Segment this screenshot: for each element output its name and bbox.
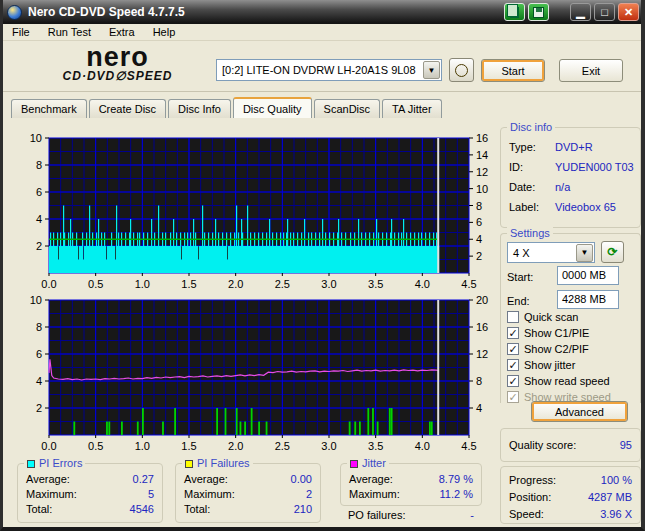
menu-item-run-test[interactable]: Run Test <box>39 25 100 39</box>
checkbox-label: Show jitter <box>524 359 575 371</box>
chevron-down-icon[interactable]: ▼ <box>576 244 593 262</box>
pi-errors-chart: 0.00.51.01.52.02.53.03.54.04.52468102468… <box>11 134 495 292</box>
svg-text:10: 10 <box>30 134 42 144</box>
svg-text:1.0: 1.0 <box>135 440 150 452</box>
pi-failures-jitter-chart: 0.00.51.01.52.02.53.03.54.04.52468104812… <box>11 296 495 454</box>
stat-label: Average: <box>349 473 393 485</box>
svg-text:1.5: 1.5 <box>181 278 196 290</box>
tab-strip: BenchmarkCreate DiscDisc InfoDisc Qualit… <box>11 97 444 118</box>
svg-text:2: 2 <box>36 240 42 252</box>
svg-text:0.0: 0.0 <box>41 278 56 290</box>
svg-text:16: 16 <box>476 134 488 144</box>
svg-text:2.0: 2.0 <box>228 440 243 452</box>
stat-value: 5 <box>148 488 154 500</box>
disc-info-row: ID:YUDEN000 T03 <box>509 161 523 173</box>
maximize-button[interactable]: □ <box>594 3 615 21</box>
titlebar: Nero CD-DVD Speed 4.7.7.5 ▁ □ ✕ <box>0 0 645 24</box>
save-icon <box>533 7 544 18</box>
svg-text:6: 6 <box>476 216 482 228</box>
app-window: Nero CD-DVD Speed 4.7.7.5 ▁ □ ✕ FileRun … <box>0 0 645 531</box>
eject-disc-icon <box>455 64 468 77</box>
checkbox-label: Show C2/PIF <box>524 343 589 355</box>
checkbox-label: Show read speed <box>524 375 610 387</box>
progress-value: 4287 MB <box>588 491 632 503</box>
checkbox-show-c1-pie[interactable]: ✓Show C1/PIE <box>507 327 589 339</box>
svg-text:3.0: 3.0 <box>321 440 336 452</box>
tab-benchmark[interactable]: Benchmark <box>11 99 87 118</box>
quality-score-value: 95 <box>620 439 632 451</box>
disc-info-label: Date: <box>509 181 535 193</box>
svg-text:8: 8 <box>36 321 42 333</box>
checkbox-quick-scan[interactable]: Quick scan <box>507 311 578 323</box>
progress-row: Position:4287 MB <box>509 491 632 503</box>
disc-info-value: YUDEN000 T03 <box>555 161 634 173</box>
speed-select[interactable]: 4 X ▼ <box>507 242 595 263</box>
checkbox-icon[interactable]: ✓ <box>507 375 519 387</box>
pi-errors-stats-title: PI Errors <box>39 457 82 469</box>
start-button[interactable]: Start <box>481 59 545 82</box>
maximize-icon: □ <box>601 6 608 18</box>
svg-text:2: 2 <box>36 402 42 414</box>
end-field[interactable]: 4288 MB <box>557 290 619 309</box>
stat-label: Total: <box>184 503 210 515</box>
tab-disc-quality[interactable]: Disc Quality <box>233 97 312 118</box>
tab-ta-jitter[interactable]: TA Jitter <box>382 99 442 118</box>
po-failures-label: PO failures: <box>348 509 405 521</box>
progress-row: Speed:3.96 X <box>509 508 632 520</box>
progress-label: Speed: <box>509 508 544 520</box>
svg-text:4: 4 <box>36 213 42 225</box>
svg-text:8: 8 <box>476 375 482 387</box>
stat-row: Average:0.00 <box>184 473 312 485</box>
svg-text:0.5: 0.5 <box>88 440 103 452</box>
menu-item-help[interactable]: Help <box>144 25 185 39</box>
menu-item-extra[interactable]: Extra <box>100 25 144 39</box>
refresh-icon: ⟳ <box>607 245 617 259</box>
disc-info-title: Disc info <box>507 121 555 133</box>
chevron-down-icon[interactable]: ▼ <box>423 61 440 79</box>
checkbox-icon[interactable]: ✓ <box>507 343 519 355</box>
pi-failures-stats-box: PI Failures Average:0.00Maximum:2Total:2… <box>175 463 321 523</box>
stat-label: Average: <box>26 473 70 485</box>
svg-text:1.0: 1.0 <box>135 278 150 290</box>
svg-text:0.5: 0.5 <box>88 278 103 290</box>
stat-row: Maximum:2 <box>184 488 312 500</box>
checkbox-show-read-speed[interactable]: ✓Show read speed <box>507 375 610 387</box>
checkbox-show-jitter[interactable]: ✓Show jitter <box>507 359 575 371</box>
close-button[interactable]: ✕ <box>618 3 639 21</box>
save-button[interactable] <box>528 3 549 21</box>
tab-create-disc[interactable]: Create Disc <box>89 99 166 118</box>
copy-to-clipboard-button[interactable] <box>504 3 525 21</box>
drive-select[interactable]: [0:2] LITE-ON DVDRW LH-20A1S 9L08 ▼ <box>216 59 442 81</box>
menu-item-file[interactable]: File <box>3 25 39 39</box>
jitter-stats-box: Jitter Average:8.79 %Maximum:11.2 % <box>340 463 482 506</box>
stat-value: 4546 <box>130 503 154 515</box>
jitter-swatch <box>350 460 358 468</box>
svg-text:12: 12 <box>476 348 488 360</box>
checkbox-icon: ✓ <box>507 391 519 403</box>
svg-text:2.5: 2.5 <box>275 278 290 290</box>
minimize-icon: ▁ <box>576 6 584 19</box>
eject-button[interactable] <box>449 58 474 82</box>
checkbox-show-c2-pif[interactable]: ✓Show C2/PIF <box>507 343 589 355</box>
po-failures-row: PO failures: - <box>348 509 474 521</box>
start-field[interactable]: 0000 MB <box>557 266 619 285</box>
disc-info-label: Label: <box>509 201 539 213</box>
svg-text:4.5: 4.5 <box>461 440 476 452</box>
svg-text:12: 12 <box>476 166 488 178</box>
svg-text:2: 2 <box>476 250 482 262</box>
checkbox-icon[interactable] <box>507 311 519 323</box>
tab-disc-info[interactable]: Disc Info <box>168 99 231 118</box>
checkbox-icon[interactable]: ✓ <box>507 327 519 339</box>
minimize-button[interactable]: ▁ <box>570 3 591 21</box>
disc-info-label: Type: <box>509 141 536 153</box>
stat-value: 0.27 <box>133 473 154 485</box>
disc-info-value: Videobox 65 <box>555 201 616 213</box>
checkbox-icon[interactable]: ✓ <box>507 359 519 371</box>
svg-text:4.5: 4.5 <box>461 278 476 290</box>
tab-scandisc[interactable]: ScanDisc <box>314 99 380 118</box>
advanced-button[interactable]: Advanced <box>531 401 628 422</box>
svg-text:4.0: 4.0 <box>415 440 430 452</box>
refresh-button[interactable]: ⟳ <box>601 241 624 263</box>
exit-button[interactable]: Exit <box>559 59 623 82</box>
speed-select-value: 4 X <box>508 247 576 259</box>
